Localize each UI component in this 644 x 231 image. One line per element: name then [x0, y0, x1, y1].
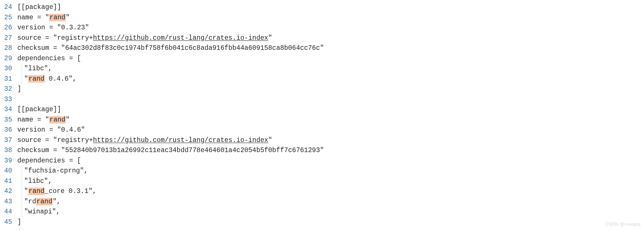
indent-guide: "rdrand", [22, 197, 61, 207]
code-content[interactable]: [[package]] [17, 105, 644, 115]
code-token: ", [53, 198, 61, 205]
line-number: 36 [0, 125, 17, 135]
code-content[interactable]: "fuchsia-cprng", [17, 166, 644, 176]
search-highlight: rand [49, 116, 65, 124]
code-line[interactable]: 25name = "rand" [0, 13, 644, 23]
code-line[interactable]: 37source = "registry+https://github.com/… [0, 135, 644, 146]
line-number: 34 [0, 105, 17, 115]
line-number: 31 [0, 74, 17, 84]
line-number: 44 [0, 207, 17, 217]
search-highlight: rand [28, 188, 45, 195]
line-number: 43 [0, 197, 17, 207]
code-line[interactable]: 36version = "0.4.6" [0, 125, 644, 135]
code-content[interactable]: dependencies = [ [17, 156, 644, 166]
code-token: dependencies = [ [17, 157, 81, 164]
code-content[interactable]: "libc", [17, 176, 644, 187]
code-line[interactable]: 28checksum = "64ac302d8f83c0c1974bf758f6… [0, 43, 644, 54]
code-line[interactable]: 40 "fuchsia-cprng", [0, 166, 644, 176]
code-line[interactable]: 24[[package]] [0, 2, 644, 13]
code-token: source = "registry+ [17, 137, 93, 144]
indent-guide: "rand_core 0.3.1", [22, 186, 96, 197]
code-token: " [66, 14, 70, 21]
code-content[interactable]: [[package]] [17, 2, 644, 13]
line-number: 41 [0, 176, 17, 187]
code-token: " [268, 34, 272, 42]
indent-guide: "winapi", [22, 207, 60, 217]
code-content[interactable]: name = "rand" [17, 13, 644, 23]
line-number: 35 [0, 115, 17, 125]
code-token: name = " [17, 116, 49, 124]
code-content[interactable]: name = "rand" [17, 115, 644, 125]
line-number: 42 [0, 186, 17, 197]
watermark-text: CSDN @i-neojos [605, 219, 641, 230]
code-token: version = "0.3.23" [17, 24, 89, 31]
line-number: 24 [0, 2, 17, 13]
line-number: 32 [0, 84, 17, 94]
code-line[interactable]: 39dependencies = [ [0, 156, 644, 166]
code-line[interactable]: 43 "rdrand", [0, 197, 644, 207]
code-editor[interactable]: 24[[package]]25name = "rand"26version = … [0, 0, 644, 231]
code-token: name = " [17, 14, 49, 21]
code-line[interactable]: 42 "rand_core 0.3.1", [0, 186, 644, 197]
line-number: 40 [0, 166, 17, 176]
code-content[interactable]: ] [17, 84, 644, 94]
code-line[interactable]: 44 "winapi", [0, 207, 644, 217]
code-token: " [24, 188, 28, 195]
line-number: 29 [0, 54, 17, 64]
code-line[interactable]: 26version = "0.3.23" [0, 23, 644, 33]
code-line[interactable]: 41 "libc", [0, 176, 644, 187]
code-token: " [24, 75, 28, 83]
line-number: 28 [0, 43, 17, 54]
code-token: version = "0.4.6" [17, 126, 85, 134]
code-token: "winapi", [24, 208, 60, 215]
code-content[interactable]: "rand 0.4.6", [17, 74, 644, 84]
code-token: [[package]] [17, 106, 61, 113]
code-token: checksum = "64ac302d8f83c0c1974bf758f6b0… [17, 44, 324, 52]
code-line[interactable]: 32] [0, 84, 644, 94]
indent-guide: "fuchsia-cprng", [22, 166, 88, 176]
code-line[interactable]: 30 "libc", [0, 64, 644, 74]
line-number: 45 [0, 217, 17, 228]
code-token: " [268, 137, 272, 144]
search-highlight: rand [28, 75, 45, 83]
code-token: _core 0.3.1", [45, 188, 96, 195]
line-number: 39 [0, 156, 17, 166]
code-content[interactable]: checksum = "552840b97013b1a26992c11eac34… [17, 145, 644, 156]
code-content[interactable]: "libc", [17, 64, 644, 74]
code-token: dependencies = [ [17, 55, 81, 62]
code-content[interactable]: checksum = "64ac302d8f83c0c1974bf758f6b0… [17, 43, 644, 54]
code-line[interactable]: 31 "rand 0.4.6", [0, 74, 644, 84]
code-content[interactable]: "rdrand", [17, 197, 644, 207]
code-content[interactable]: source = "registry+https://github.com/ru… [17, 135, 644, 146]
code-line[interactable]: 29dependencies = [ [0, 54, 644, 64]
code-line[interactable]: 35name = "rand" [0, 115, 644, 125]
code-token: [[package]] [17, 3, 61, 11]
code-line[interactable]: 34[[package]] [0, 105, 644, 115]
code-token: "rd [24, 198, 36, 205]
line-number: 27 [0, 33, 17, 43]
code-token: ] [17, 85, 21, 93]
code-token: "fuchsia-cprng", [24, 167, 88, 175]
code-token: "libc", [24, 177, 52, 185]
code-content[interactable]: "rand_core 0.3.1", [17, 186, 644, 197]
indent-guide: "rand 0.4.6", [22, 74, 76, 84]
code-content[interactable]: version = "0.3.23" [17, 23, 644, 33]
code-content[interactable]: "winapi", [17, 207, 644, 217]
line-number: 30 [0, 64, 17, 74]
search-highlight: rand [49, 14, 65, 21]
code-content[interactable]: source = "registry+https://github.com/ru… [17, 33, 644, 43]
code-line[interactable]: 38checksum = "552840b97013b1a26992c11eac… [0, 145, 644, 156]
line-number: 26 [0, 23, 17, 33]
code-content[interactable]: dependencies = [ [17, 54, 644, 64]
url-link[interactable]: https://github.com/rust-lang/crates.io-i… [93, 137, 268, 144]
code-line[interactable]: 45] [0, 217, 644, 228]
code-content[interactable]: version = "0.4.6" [17, 125, 644, 135]
code-content[interactable]: ] [17, 217, 644, 228]
code-line[interactable]: 33 [0, 94, 644, 105]
line-number: 38 [0, 145, 17, 156]
code-line[interactable]: 27source = "registry+https://github.com/… [0, 33, 644, 43]
line-number: 37 [0, 135, 17, 146]
code-token: ] [17, 218, 21, 226]
url-link[interactable]: https://github.com/rust-lang/crates.io-i… [93, 34, 268, 42]
indent-guide: "libc", [22, 176, 52, 187]
